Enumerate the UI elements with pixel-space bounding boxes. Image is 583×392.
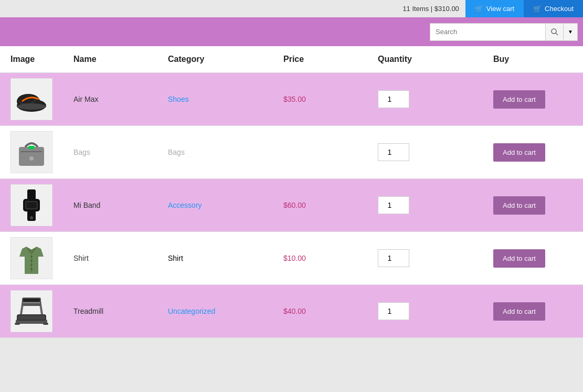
product-quantity-cell-airmax (378, 90, 493, 108)
top-bar: 11 Items | $310.00 🛒 View cart 🛒 Checkou… (0, 0, 583, 17)
product-name-treadmill: Treadmill (73, 307, 168, 315)
cart-summary: 11 Items | $310.00 (396, 5, 465, 13)
view-cart-label: View cart (486, 5, 514, 13)
search-wrapper: ▼ (430, 23, 578, 41)
product-row-miband: Mi Band Accessory $60.00 Add to cart (0, 179, 583, 232)
product-row-shirt: Shirt Shirt $10.00 Add to cart (0, 232, 583, 285)
svg-point-0 (552, 29, 556, 34)
product-image-cell-treadmill (10, 290, 73, 332)
product-image-airmax (10, 78, 52, 120)
product-price-miband: $60.00 (283, 201, 378, 209)
search-icon (550, 28, 559, 36)
product-name-shirt: Shirt (73, 254, 168, 262)
svg-point-8 (17, 103, 46, 110)
col-image: Image (10, 55, 73, 64)
product-image-bags (10, 131, 52, 173)
svg-rect-39 (43, 323, 48, 325)
treadmill-svg (12, 291, 51, 331)
col-buy: Buy (493, 55, 573, 64)
quantity-input-miband[interactable] (378, 196, 409, 214)
search-input[interactable] (430, 23, 545, 41)
quantity-input-shirt[interactable] (378, 249, 409, 267)
product-category-shirt: Shirt (168, 254, 283, 262)
svg-point-20 (30, 216, 33, 219)
svg-rect-12 (21, 151, 42, 152)
product-buy-cell-treadmill: Add to cart (493, 302, 573, 321)
svg-rect-29 (12, 291, 51, 331)
add-to-cart-miband[interactable]: Add to cart (493, 196, 545, 215)
chevron-down-icon: ▼ (568, 29, 573, 35)
product-quantity-cell-miband (378, 196, 493, 214)
cart-icon: 🛒 (475, 5, 483, 13)
product-category-bags: Bags (168, 148, 283, 156)
bags-svg (12, 132, 51, 172)
product-image-cell-shirt (10, 237, 73, 279)
checkout-label: Checkout (545, 5, 574, 13)
svg-point-27 (30, 264, 33, 266)
svg-rect-18 (26, 202, 37, 208)
product-category-miband: Accessory (168, 201, 283, 209)
product-price-shirt: $10.00 (283, 254, 378, 262)
search-dropdown-button[interactable]: ▼ (563, 23, 578, 41)
product-row-treadmill: Treadmill Uncategorized $40.00 Add to ca… (0, 285, 583, 338)
product-image-treadmill (10, 290, 52, 332)
product-category-treadmill: Uncategorized (168, 307, 283, 315)
product-price-airmax: $35.00 (283, 95, 378, 103)
svg-rect-15 (27, 189, 36, 200)
product-name-miband: Mi Band (73, 201, 168, 209)
quantity-input-bags[interactable] (378, 143, 409, 161)
product-image-shirt (10, 237, 52, 279)
product-image-miband (10, 184, 52, 226)
product-row-airmax: Air Max Shoes $35.00 Add to cart (0, 73, 583, 126)
col-name: Name (73, 55, 168, 64)
search-button[interactable] (545, 23, 563, 41)
table-header-row: Image Name Category Price Quantity Buy (0, 46, 583, 73)
product-quantity-cell-treadmill (378, 302, 493, 320)
col-category: Category (168, 55, 283, 64)
col-price: Price (283, 55, 378, 64)
svg-rect-11 (28, 146, 35, 149)
product-buy-cell-bags: Add to cart (493, 143, 573, 162)
product-name-bags: Bags (73, 148, 168, 156)
svg-point-13 (29, 156, 34, 161)
airmax-shoe-svg (12, 79, 51, 119)
quantity-input-treadmill[interactable] (378, 302, 409, 320)
svg-rect-32 (18, 315, 45, 320)
add-to-cart-airmax[interactable]: Add to cart (493, 90, 545, 109)
quantity-input-airmax[interactable] (378, 90, 409, 108)
product-buy-cell-airmax: Add to cart (493, 90, 573, 109)
checkout-button[interactable]: 🛒 Checkout (524, 0, 583, 17)
svg-point-25 (30, 256, 33, 258)
add-to-cart-treadmill[interactable]: Add to cart (493, 302, 545, 321)
header-bar: ▼ (0, 17, 583, 46)
svg-point-28 (30, 268, 33, 270)
add-to-cart-shirt[interactable]: Add to cart (493, 249, 545, 268)
svg-rect-38 (15, 323, 20, 325)
product-category-airmax: Shoes (168, 95, 283, 103)
product-quantity-cell-bags (378, 143, 493, 161)
product-row-bags: Bags Bags Add to cart (0, 126, 583, 179)
product-table: Image Name Category Price Quantity Buy (0, 46, 583, 338)
checkout-cart-icon: 🛒 (533, 5, 542, 13)
svg-line-1 (556, 33, 558, 35)
product-buy-cell-shirt: Add to cart (493, 249, 573, 268)
product-image-cell-bags (10, 131, 73, 173)
svg-point-26 (30, 260, 33, 262)
product-price-treadmill: $40.00 (283, 307, 378, 315)
product-quantity-cell-shirt (378, 249, 493, 267)
view-cart-button[interactable]: 🛒 View cart (465, 0, 524, 17)
add-to-cart-bags[interactable]: Add to cart (493, 143, 545, 162)
miband-svg (12, 185, 51, 225)
product-name-airmax: Air Max (73, 95, 168, 103)
col-quantity: Quantity (378, 55, 493, 64)
product-buy-cell-miband: Add to cart (493, 196, 573, 215)
product-image-cell-airmax (10, 78, 73, 120)
shirt-svg (12, 238, 51, 278)
product-image-cell-miband (10, 184, 73, 226)
